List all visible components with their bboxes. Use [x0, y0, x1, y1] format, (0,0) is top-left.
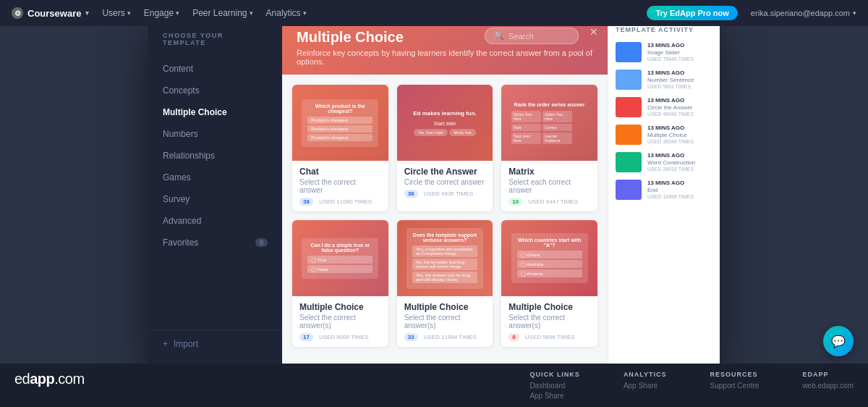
card-usage: USED 4936 TIMES [424, 190, 474, 197]
card-desc: Select the correct answer [299, 178, 381, 194]
nav-logo[interactable]: ⚙ Courseware ▾ [12, 7, 89, 19]
card-desc: Select the correct answer(s) [404, 314, 486, 330]
sidebar-item-survey[interactable]: Survey [148, 188, 282, 210]
chevron-down-icon: ▾ [176, 9, 179, 17]
chevron-down-icon: ▾ [303, 9, 307, 17]
try-pro-button[interactable]: Try EdApp Pro now [647, 6, 737, 20]
template-card-geo[interactable]: Which countries start with "A"? ◯ Ghana … [501, 220, 597, 347]
activity-panel: TEMPLATE ACTIVITY 13 MINS AGO Image Slid… [608, 17, 720, 372]
card-title: Circle the Answer [404, 167, 486, 177]
footer-link-website[interactable]: web.edapp.com [802, 382, 854, 390]
nav-item-analytics[interactable]: Analytics ▾ [266, 8, 307, 18]
modal-subtitle: Reinforce key concepts by having learner… [297, 49, 593, 66]
card-preview-chat: Which product is the cheapest? Product's… [292, 85, 388, 161]
footer-link-dashboard[interactable]: Dashboard [529, 382, 580, 390]
activity-item-4[interactable]: 13 MINS AGO Word Construction USED 28032… [616, 152, 712, 172]
footer-link-analytics[interactable]: App Share [624, 382, 667, 390]
sidebar-section-title: CHOOSE YOUR TEMPLATE [148, 32, 282, 46]
template-card-circle[interactable]: Ed makes learning fun. Start date Yes, t… [397, 85, 493, 211]
footer-col-analytics: ANALYTICS App Share [624, 371, 667, 390]
card-title: Chat [299, 167, 381, 177]
chat-bubble-button[interactable]: 💬 [823, 326, 854, 356]
modal-overlay: CHOOSE YOUR TEMPLATE Content Concepts Mu… [0, 26, 868, 364]
activity-item-3[interactable]: 13 MINS AGO Multiple Choice USED 26046 T… [616, 125, 712, 145]
card-usage: USED 6447 TIMES [528, 198, 578, 205]
card-usage: USED 8000 TIMES [319, 334, 369, 340]
activity-item-1[interactable]: 13 MINS AGO Number Sentence USED 5801 TI… [616, 70, 712, 90]
chat-icon: 💬 [831, 335, 846, 348]
gear-icon: ⚙ [12, 7, 23, 19]
card-badge: 33 [404, 333, 418, 341]
activity-panel-title: TEMPLATE ACTIVITY [616, 26, 712, 33]
template-chooser-modal: CHOOSE YOUR TEMPLATE Content Concepts Mu… [148, 17, 720, 372]
activity-item-2[interactable]: 13 MINS AGO Circle the Answer USED 49946… [616, 97, 712, 117]
nav-item-users[interactable]: Users ▾ [102, 8, 130, 18]
card-preview-geo: Which countries start with "A"? ◯ Ghana … [501, 220, 597, 296]
footer-col-quick-links: QUICK LINKS Dashboard App Share [529, 371, 580, 400]
card-preview-matrix: Rank the order series answer Option One … [501, 85, 597, 161]
card-usage: USED 5898 TIMES [525, 334, 575, 340]
footer-col-resources: RESOURCES Support Centre [710, 371, 760, 390]
activity-item-5[interactable]: 13 MINS AGO End USED 10898 TIMES [616, 180, 712, 200]
card-badge: 38 [299, 198, 313, 206]
modal-main: Multiple Choice Reinforce key concepts b… [282, 17, 608, 372]
user-menu[interactable]: erika.siperiano@edapp.com ▾ [751, 9, 856, 17]
footer-link-support[interactable]: Support Centre [710, 382, 760, 390]
chevron-down-icon: ▾ [853, 9, 856, 17]
footer-brand: edapp.com [14, 371, 85, 387]
chevron-down-icon: ▾ [127, 9, 131, 17]
import-label: Import [174, 339, 198, 349]
card-usage: USED 11994 TIMES [424, 334, 477, 340]
import-button[interactable]: + Import [148, 330, 282, 358]
footer: edapp.com QUICK LINKS Dashboard App Shar… [0, 364, 868, 407]
footer-link-appshare[interactable]: App Share [529, 392, 580, 400]
card-badge: 10 [509, 198, 522, 206]
search-box[interactable]: 🔍 [485, 28, 579, 44]
card-desc: Select the correct answer(s) [299, 314, 381, 330]
card-title: Multiple Choice [299, 302, 381, 312]
template-card-chat[interactable]: Which product is the cheapest? Product's… [292, 85, 388, 211]
template-card-long[interactable]: Does the template support verbose answer… [397, 220, 493, 347]
nav-item-engage[interactable]: Engage ▾ [144, 8, 179, 18]
close-button[interactable]: × [590, 25, 597, 40]
sidebar-item-advanced[interactable]: Advanced [148, 210, 282, 232]
search-input[interactable] [509, 32, 569, 41]
top-navigation: ⚙ Courseware ▾ Users ▾ Engage ▾ Peer Lea… [0, 0, 868, 26]
activity-thumb-3 [616, 125, 642, 145]
activity-thumb-1 [616, 70, 642, 90]
card-preview-tf: Can I do a simple true or false question… [292, 220, 388, 296]
card-badge: 38 [404, 190, 418, 198]
activity-thumb-2 [616, 97, 642, 117]
favorites-badge: 0 [255, 238, 268, 247]
sidebar-item-relationships[interactable]: Relationships [148, 145, 282, 167]
template-card-tf[interactable]: Can I do a simple true or false question… [292, 220, 388, 347]
sidebar-item-multiple-choice[interactable]: Multiple Choice [148, 101, 282, 123]
search-icon: 🔍 [494, 31, 504, 41]
sidebar-item-favorites[interactable]: Favorites 0 [148, 232, 282, 253]
nav-item-peer-learning[interactable]: Peer Learning ▾ [192, 8, 252, 18]
modal-sidebar: CHOOSE YOUR TEMPLATE Content Concepts Mu… [148, 17, 282, 372]
card-preview-circle: Ed makes learning fun. Start date Yes, t… [397, 85, 493, 161]
card-title: Matrix [509, 167, 590, 177]
activity-item-0[interactable]: 13 MINS AGO Image Slider USED 75846 TIME… [616, 42, 712, 62]
card-desc: Circle the correct answer [404, 178, 486, 186]
nav-logo-arrow: ▾ [85, 9, 89, 17]
activity-thumb-0 [616, 42, 642, 62]
card-desc: Select each correct answer [509, 178, 590, 194]
plus-icon: + [163, 339, 168, 349]
card-desc: Select the correct answer(s) [509, 314, 590, 330]
sidebar-item-concepts[interactable]: Concepts [148, 80, 282, 101]
footer-col-edapp: EDAPP web.edapp.com [802, 371, 854, 390]
main-area: CHOOSE YOUR TEMPLATE Content Concepts Mu… [0, 26, 868, 407]
chevron-down-icon: ▾ [250, 9, 253, 17]
template-card-matrix[interactable]: Rank the order series answer Option One … [501, 85, 597, 211]
sidebar-item-games[interactable]: Games [148, 167, 282, 188]
card-preview-long: Does the template support verbose answer… [397, 220, 493, 296]
sidebar-item-numbers[interactable]: Numbers [148, 123, 282, 145]
sidebar-item-content[interactable]: Content [148, 58, 282, 80]
activity-thumb-5 [616, 180, 642, 200]
card-usage: USED 11080 TIMES [319, 198, 372, 205]
nav-logo-label: Courseware [27, 8, 81, 19]
card-title: Multiple Choice [509, 302, 590, 312]
activity-thumb-4 [616, 152, 642, 172]
